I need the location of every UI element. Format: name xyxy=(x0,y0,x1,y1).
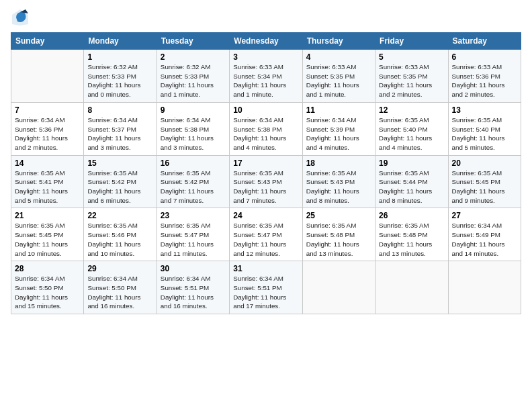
day-number: 20 xyxy=(452,158,517,168)
week-row-2: 14Sunrise: 6:35 AMSunset: 5:41 PMDayligh… xyxy=(11,155,521,208)
header-monday: Monday xyxy=(84,33,157,50)
day-number: 26 xyxy=(379,211,444,220)
logo xyxy=(11,8,31,27)
day-info: Sunrise: 6:34 AMSunset: 5:38 PMDaylight:… xyxy=(233,116,298,152)
header-sunday: Sunday xyxy=(11,33,84,50)
day-number: 14 xyxy=(15,158,80,168)
week-row-3: 21Sunrise: 6:35 AMSunset: 5:45 PMDayligh… xyxy=(11,208,521,261)
day-number: 18 xyxy=(306,158,371,168)
header-row: SundayMondayTuesdayWednesdayThursdayFrid… xyxy=(11,33,521,50)
cell-w2-d5: 19Sunrise: 6:35 AMSunset: 5:44 PMDayligh… xyxy=(375,155,448,208)
cell-w2-d1: 15Sunrise: 6:35 AMSunset: 5:42 PMDayligh… xyxy=(84,155,157,208)
day-number: 2 xyxy=(161,52,226,62)
day-number: 5 xyxy=(379,52,444,62)
logo-icon xyxy=(11,8,30,27)
cell-w0-d0 xyxy=(11,50,84,103)
day-info: Sunrise: 6:35 AMSunset: 5:40 PMDaylight:… xyxy=(452,116,517,152)
week-row-0: 1Sunrise: 6:32 AMSunset: 5:33 PMDaylight… xyxy=(11,50,521,103)
day-number: 21 xyxy=(15,211,80,220)
day-info: Sunrise: 6:34 AMSunset: 5:37 PMDaylight:… xyxy=(87,116,152,152)
calendar-table: SundayMondayTuesdayWednesdayThursdayFrid… xyxy=(11,32,521,314)
cell-w2-d3: 17Sunrise: 6:35 AMSunset: 5:43 PMDayligh… xyxy=(230,155,302,208)
day-number: 6 xyxy=(452,52,517,62)
day-info: Sunrise: 6:34 AMSunset: 5:50 PMDaylight:… xyxy=(87,274,152,311)
day-number: 4 xyxy=(306,52,371,62)
header-tuesday: Tuesday xyxy=(157,33,229,50)
day-number: 28 xyxy=(15,264,80,273)
page-container: SundayMondayTuesdayWednesdayThursdayFrid… xyxy=(0,0,532,320)
day-number: 23 xyxy=(161,211,226,220)
cell-w0-d4: 4Sunrise: 6:33 AMSunset: 5:35 PMDaylight… xyxy=(302,50,375,103)
day-number: 24 xyxy=(233,211,298,220)
cell-w1-d5: 12Sunrise: 6:35 AMSunset: 5:40 PMDayligh… xyxy=(375,102,448,155)
day-number: 25 xyxy=(306,211,371,220)
day-info: Sunrise: 6:35 AMSunset: 5:42 PMDaylight:… xyxy=(87,169,152,205)
week-row-1: 7Sunrise: 6:34 AMSunset: 5:36 PMDaylight… xyxy=(11,102,521,155)
header-wednesday: Wednesday xyxy=(230,33,302,50)
day-info: Sunrise: 6:34 AMSunset: 5:38 PMDaylight:… xyxy=(161,116,226,152)
day-number: 11 xyxy=(306,105,371,115)
cell-w4-d6 xyxy=(448,261,521,314)
cell-w3-d1: 22Sunrise: 6:35 AMSunset: 5:46 PMDayligh… xyxy=(84,208,157,261)
day-info: Sunrise: 6:35 AMSunset: 5:47 PMDaylight:… xyxy=(161,221,226,258)
cell-w4-d5 xyxy=(375,261,448,314)
day-number: 13 xyxy=(452,105,517,115)
day-info: Sunrise: 6:33 AMSunset: 5:36 PMDaylight:… xyxy=(452,62,517,99)
day-info: Sunrise: 6:35 AMSunset: 5:48 PMDaylight:… xyxy=(379,221,444,258)
cell-w4-d2: 30Sunrise: 6:34 AMSunset: 5:51 PMDayligh… xyxy=(157,261,229,314)
day-number: 22 xyxy=(87,211,152,220)
cell-w4-d1: 29Sunrise: 6:34 AMSunset: 5:50 PMDayligh… xyxy=(84,261,157,314)
header-saturday: Saturday xyxy=(448,33,521,50)
cell-w4-d4 xyxy=(302,261,375,314)
day-number: 12 xyxy=(379,105,444,115)
cell-w3-d2: 23Sunrise: 6:35 AMSunset: 5:47 PMDayligh… xyxy=(157,208,229,261)
cell-w3-d0: 21Sunrise: 6:35 AMSunset: 5:45 PMDayligh… xyxy=(11,208,84,261)
day-number: 1 xyxy=(87,52,152,62)
day-number: 15 xyxy=(87,158,152,168)
day-number: 3 xyxy=(233,52,298,62)
day-info: Sunrise: 6:34 AMSunset: 5:39 PMDaylight:… xyxy=(306,116,371,152)
cell-w1-d6: 13Sunrise: 6:35 AMSunset: 5:40 PMDayligh… xyxy=(448,102,521,155)
cell-w1-d0: 7Sunrise: 6:34 AMSunset: 5:36 PMDaylight… xyxy=(11,102,84,155)
day-info: Sunrise: 6:33 AMSunset: 5:35 PMDaylight:… xyxy=(379,62,444,99)
day-info: Sunrise: 6:34 AMSunset: 5:51 PMDaylight:… xyxy=(161,274,226,311)
cell-w4-d3: 31Sunrise: 6:34 AMSunset: 5:51 PMDayligh… xyxy=(230,261,302,314)
day-info: Sunrise: 6:35 AMSunset: 5:47 PMDaylight:… xyxy=(233,221,298,258)
day-number: 29 xyxy=(87,264,152,273)
cell-w1-d1: 8Sunrise: 6:34 AMSunset: 5:37 PMDaylight… xyxy=(84,102,157,155)
cell-w2-d4: 18Sunrise: 6:35 AMSunset: 5:43 PMDayligh… xyxy=(302,155,375,208)
week-row-4: 28Sunrise: 6:34 AMSunset: 5:50 PMDayligh… xyxy=(11,261,521,314)
day-info: Sunrise: 6:32 AMSunset: 5:33 PMDaylight:… xyxy=(87,62,152,99)
cell-w1-d3: 10Sunrise: 6:34 AMSunset: 5:38 PMDayligh… xyxy=(230,102,302,155)
cell-w3-d3: 24Sunrise: 6:35 AMSunset: 5:47 PMDayligh… xyxy=(230,208,302,261)
cell-w0-d2: 2Sunrise: 6:32 AMSunset: 5:33 PMDaylight… xyxy=(157,50,229,103)
day-info: Sunrise: 6:35 AMSunset: 5:43 PMDaylight:… xyxy=(306,169,371,205)
day-info: Sunrise: 6:35 AMSunset: 5:43 PMDaylight:… xyxy=(233,169,298,205)
cell-w2-d6: 20Sunrise: 6:35 AMSunset: 5:45 PMDayligh… xyxy=(448,155,521,208)
day-info: Sunrise: 6:35 AMSunset: 5:46 PMDaylight:… xyxy=(87,221,152,258)
day-info: Sunrise: 6:34 AMSunset: 5:49 PMDaylight:… xyxy=(452,221,517,258)
day-number: 10 xyxy=(233,105,298,115)
cell-w3-d6: 27Sunrise: 6:34 AMSunset: 5:49 PMDayligh… xyxy=(448,208,521,261)
day-info: Sunrise: 6:34 AMSunset: 5:36 PMDaylight:… xyxy=(15,116,80,152)
cell-w4-d0: 28Sunrise: 6:34 AMSunset: 5:50 PMDayligh… xyxy=(11,261,84,314)
day-info: Sunrise: 6:33 AMSunset: 5:35 PMDaylight:… xyxy=(306,62,371,99)
day-info: Sunrise: 6:35 AMSunset: 5:45 PMDaylight:… xyxy=(452,169,517,205)
cell-w2-d0: 14Sunrise: 6:35 AMSunset: 5:41 PMDayligh… xyxy=(11,155,84,208)
day-info: Sunrise: 6:35 AMSunset: 5:45 PMDaylight:… xyxy=(15,221,80,258)
day-info: Sunrise: 6:34 AMSunset: 5:50 PMDaylight:… xyxy=(15,274,80,311)
cell-w0-d6: 6Sunrise: 6:33 AMSunset: 5:36 PMDaylight… xyxy=(448,50,521,103)
cell-w1-d2: 9Sunrise: 6:34 AMSunset: 5:38 PMDaylight… xyxy=(157,102,229,155)
day-info: Sunrise: 6:35 AMSunset: 5:44 PMDaylight:… xyxy=(379,169,444,205)
day-number: 9 xyxy=(161,105,226,115)
day-info: Sunrise: 6:34 AMSunset: 5:51 PMDaylight:… xyxy=(233,274,298,311)
day-info: Sunrise: 6:35 AMSunset: 5:40 PMDaylight:… xyxy=(379,116,444,152)
day-info: Sunrise: 6:35 AMSunset: 5:42 PMDaylight:… xyxy=(161,169,226,205)
header xyxy=(11,8,521,27)
day-number: 17 xyxy=(233,158,298,168)
day-info: Sunrise: 6:32 AMSunset: 5:33 PMDaylight:… xyxy=(161,62,226,99)
day-number: 7 xyxy=(15,105,80,115)
cell-w3-d4: 25Sunrise: 6:35 AMSunset: 5:48 PMDayligh… xyxy=(302,208,375,261)
cell-w0-d3: 3Sunrise: 6:33 AMSunset: 5:34 PMDaylight… xyxy=(230,50,302,103)
cell-w0-d1: 1Sunrise: 6:32 AMSunset: 5:33 PMDaylight… xyxy=(84,50,157,103)
